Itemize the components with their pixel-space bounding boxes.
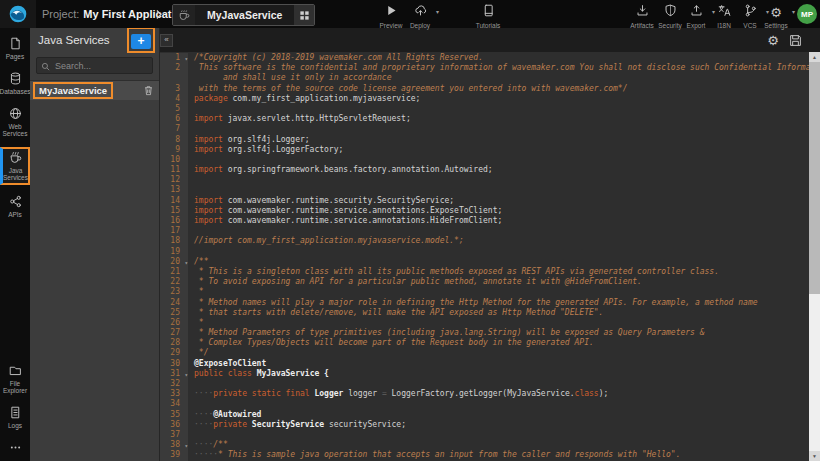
line-number: 24 bbox=[160, 298, 188, 308]
sidebar-item-java-services[interactable]: JavaServices bbox=[0, 147, 30, 185]
tool-tutorials-button[interactable]: Tutorials bbox=[468, 3, 508, 29]
topbar-tools: PreviewDeploy▾TutorialsArtifactsSecurity… bbox=[0, 0, 820, 28]
line-number: 1▾ bbox=[160, 53, 188, 63]
sidebar-item-web-services[interactable]: WebServices bbox=[0, 105, 30, 139]
line-number: 13 bbox=[160, 185, 188, 195]
line-number: 12 bbox=[160, 175, 188, 185]
line-number: 37 bbox=[160, 430, 188, 440]
java-services-icon bbox=[9, 151, 22, 167]
line-number: 4 bbox=[160, 94, 188, 104]
code-line: 29 */ bbox=[160, 348, 809, 358]
line-number: 38▾ bbox=[160, 440, 188, 450]
preview-icon bbox=[385, 3, 398, 21]
line-number: 11 bbox=[160, 165, 188, 175]
code-line: 16import com.wavemaker.runtime.service.a… bbox=[160, 216, 809, 226]
line-number: 6 bbox=[160, 114, 188, 124]
line-number: 15 bbox=[160, 206, 188, 216]
code-line: 6import javax.servlet.http.HttpServletRe… bbox=[160, 114, 809, 124]
databases-icon bbox=[9, 72, 22, 88]
sidebar-item-logs[interactable]: Logs bbox=[0, 404, 30, 431]
search-box[interactable] bbox=[36, 57, 153, 74]
code-line: 39·····* This is sample java operation t… bbox=[160, 450, 809, 460]
user-avatar[interactable]: MP bbox=[797, 4, 817, 24]
apis-icon bbox=[9, 195, 22, 211]
code-line: 4package com.my_first_application.myjava… bbox=[160, 94, 809, 104]
service-list: MyJavaService bbox=[30, 80, 159, 100]
line-number: 10 bbox=[160, 155, 188, 165]
panel-title: Java Services bbox=[38, 34, 125, 46]
code-line: 37 bbox=[160, 430, 809, 440]
line-number: 31▾ bbox=[160, 369, 188, 379]
code-line: 14import com.wavemaker.runtime.security.… bbox=[160, 196, 809, 206]
code-line: 32 bbox=[160, 379, 809, 389]
sidebar-item-label: Java bbox=[9, 167, 23, 174]
sidebar-item-file-explorer[interactable]: FileExplorer bbox=[0, 362, 30, 396]
line-number: 30 bbox=[160, 359, 188, 369]
sidebar-item-label: Services bbox=[3, 174, 28, 181]
code-line: 33····private static final Logger logger… bbox=[160, 389, 809, 399]
line-number: 17 bbox=[160, 226, 188, 236]
line-number: 33 bbox=[160, 389, 188, 399]
tool-settings-button[interactable]: ⚙Settings▾ bbox=[756, 3, 796, 29]
code-line: 23 * bbox=[160, 287, 809, 297]
scrollbar-thumb[interactable] bbox=[809, 62, 820, 294]
code-line: 22 * To avoid exposing an API for a part… bbox=[160, 277, 809, 287]
code-area[interactable]: 1▾/*Copyright (c) 2018-2019 wavemaker.co… bbox=[160, 52, 809, 461]
code-line: 19 bbox=[160, 247, 809, 257]
line-number: 9 bbox=[160, 145, 188, 155]
web-services-icon bbox=[9, 107, 22, 123]
line-number: 28 bbox=[160, 338, 188, 348]
chevron-down-icon: ▾ bbox=[436, 8, 439, 15]
service-list-item[interactable]: MyJavaService bbox=[30, 81, 159, 100]
code-line: 34 bbox=[160, 399, 809, 409]
code-line: 3 with the terms of the source code lice… bbox=[160, 84, 809, 94]
code-line: 38▾····/** bbox=[160, 440, 809, 450]
line-number: 2 bbox=[160, 63, 188, 73]
collapse-panel-button[interactable]: « bbox=[160, 34, 173, 47]
line-number: 16 bbox=[160, 216, 188, 226]
code-line: 17 bbox=[160, 226, 809, 236]
search-input[interactable] bbox=[53, 60, 148, 72]
export-icon bbox=[690, 3, 703, 21]
code-line: 35····@Autowired bbox=[160, 410, 809, 420]
add-java-service-button[interactable]: + bbox=[131, 34, 151, 49]
code-line: 11import org.springframework.beans.facto… bbox=[160, 165, 809, 175]
sidebar-item-pages[interactable]: Pages bbox=[0, 35, 30, 62]
artifacts-icon bbox=[636, 3, 649, 21]
line-number: 7 bbox=[160, 124, 188, 134]
line-number: 18 bbox=[160, 236, 188, 246]
sidebar-item-apis[interactable]: APIs bbox=[0, 193, 30, 220]
code-line: 18//import com.my_first_application.myja… bbox=[160, 236, 809, 246]
code-line: 28 * Complex Types/Objects will become p… bbox=[160, 338, 809, 348]
tutorials-icon bbox=[482, 3, 495, 21]
deploy-icon bbox=[414, 3, 427, 21]
scroll-up-button[interactable]: ▲ bbox=[809, 52, 820, 62]
sidebar-item-more[interactable] bbox=[0, 439, 30, 459]
sidebar-item-databases[interactable]: Databases bbox=[0, 70, 30, 97]
editor-scrollbar[interactable]: ▲ ▼ bbox=[809, 52, 820, 461]
code-line: 30@ExposeToClient bbox=[160, 359, 809, 369]
delete-icon[interactable] bbox=[143, 82, 154, 100]
save-icon[interactable] bbox=[789, 34, 802, 47]
line-number: 25 bbox=[160, 308, 188, 318]
tool-label: Deploy bbox=[410, 22, 430, 29]
editor-settings-gear-icon[interactable]: ⚙ bbox=[767, 34, 779, 47]
more-icon bbox=[9, 441, 22, 457]
tool-deploy-button[interactable]: Deploy▾ bbox=[400, 3, 440, 29]
sidebar-item-label: Logs bbox=[8, 422, 22, 429]
pages-icon bbox=[9, 37, 22, 53]
tool-label: Settings bbox=[764, 22, 788, 29]
code-line: 27 * Method Parameters of type primitive… bbox=[160, 328, 809, 338]
topbar: Project: My First Application MyJavaServ… bbox=[0, 0, 820, 28]
code-line: 10 bbox=[160, 155, 809, 165]
line-number: 14 bbox=[160, 196, 188, 206]
security-icon bbox=[664, 3, 677, 21]
sidebar-item-label: APIs bbox=[8, 211, 22, 218]
code-line: 21 * This is a singleton class with all … bbox=[160, 267, 809, 277]
sidebar-item-label: Explorer bbox=[3, 387, 27, 394]
line-number bbox=[160, 73, 188, 83]
i18n-icon bbox=[718, 3, 731, 21]
java-services-panel: Java Services + MyJavaService bbox=[30, 28, 160, 461]
wavemaker-ide: Project: My First Application MyJavaServ… bbox=[0, 0, 820, 461]
scroll-down-button[interactable]: ▼ bbox=[809, 451, 820, 461]
